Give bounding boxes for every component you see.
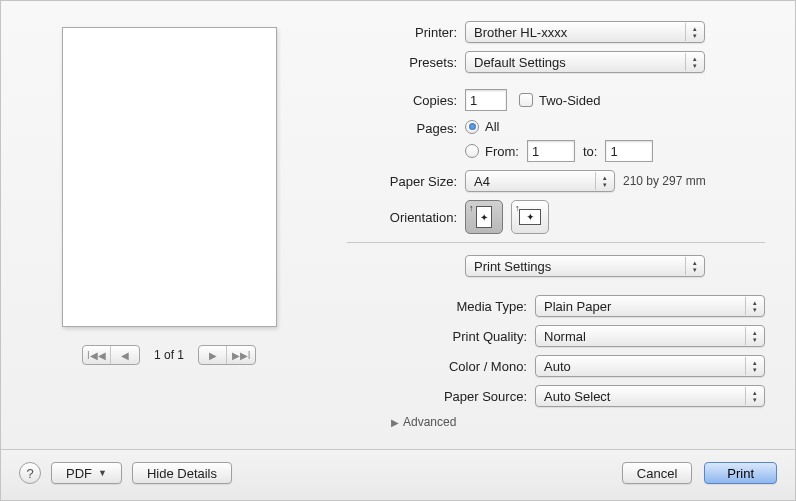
print-quality-label: Print Quality: — [347, 329, 527, 344]
nav-back-group: l◀◀ ◀ — [82, 345, 140, 365]
presets-label: Presets: — [347, 55, 457, 70]
media-type-value: Plain Paper — [544, 299, 611, 314]
settings-section-select[interactable]: Print Settings ▴▾ — [465, 255, 705, 277]
pages-from-label: From: — [485, 144, 527, 159]
chevron-updown-icon: ▴▾ — [595, 172, 611, 190]
prev-page-button[interactable]: ◀ — [111, 346, 139, 364]
copies-label: Copies: — [347, 93, 457, 108]
page-from-field[interactable]: 1 — [527, 140, 575, 162]
settings-pane: Printer: Brother HL-xxxx ▴▾ Presets: Def… — [317, 21, 775, 439]
preview-pane: l◀◀ ◀ 1 of 1 ▶ ▶▶l — [21, 21, 317, 439]
page-to-value: 1 — [610, 144, 617, 159]
color-mono-value: Auto — [544, 359, 571, 374]
orientation-label: Orientation: — [347, 210, 457, 225]
chevron-down-icon: ▼ — [98, 468, 107, 478]
cancel-button[interactable]: Cancel — [622, 462, 692, 484]
hide-details-label: Hide Details — [147, 466, 217, 481]
pages-to-label: to: — [583, 144, 597, 159]
presets-value: Default Settings — [474, 55, 566, 70]
pages-label: Pages: — [347, 119, 457, 136]
color-mono-label: Color / Mono: — [347, 359, 527, 374]
footer: ? PDF ▼ Hide Details Cancel Print — [1, 449, 795, 500]
advanced-disclosure[interactable]: ▶ Advanced — [391, 415, 765, 429]
first-page-button[interactable]: l◀◀ — [83, 346, 111, 364]
pdf-label: PDF — [66, 466, 92, 481]
print-dialog: l◀◀ ◀ 1 of 1 ▶ ▶▶l Printer: Brother HL-x… — [0, 0, 796, 501]
chevron-updown-icon: ▴▾ — [745, 297, 761, 315]
color-mono-select[interactable]: Auto ▴▾ — [535, 355, 765, 377]
print-quality-value: Normal — [544, 329, 586, 344]
nav-forward-group: ▶ ▶▶l — [198, 345, 256, 365]
copies-value: 1 — [470, 93, 477, 108]
hide-details-button[interactable]: Hide Details — [132, 462, 232, 484]
main-area: l◀◀ ◀ 1 of 1 ▶ ▶▶l Printer: Brother HL-x… — [1, 1, 795, 449]
printer-value: Brother HL-xxxx — [474, 25, 567, 40]
disclosure-triangle-icon: ▶ — [391, 417, 399, 428]
paper-source-value: Auto Select — [544, 389, 611, 404]
paper-source-select[interactable]: Auto Select ▴▾ — [535, 385, 765, 407]
paper-dimensions: 210 by 297 mm — [623, 174, 706, 188]
orientation-portrait-button[interactable]: ↑ ✦ — [465, 200, 503, 234]
pages-all-label: All — [485, 119, 499, 134]
help-button[interactable]: ? — [19, 462, 41, 484]
media-type-select[interactable]: Plain Paper ▴▾ — [535, 295, 765, 317]
print-button[interactable]: Print — [704, 462, 777, 484]
help-icon: ? — [26, 466, 33, 481]
print-quality-select[interactable]: Normal ▴▾ — [535, 325, 765, 347]
pages-from-radio[interactable] — [465, 144, 479, 158]
paper-size-value: A4 — [474, 174, 490, 189]
page-counter: 1 of 1 — [154, 348, 184, 362]
cancel-label: Cancel — [637, 466, 677, 481]
settings-section-value: Print Settings — [474, 259, 551, 274]
page-navigator: l◀◀ ◀ 1 of 1 ▶ ▶▶l — [82, 345, 256, 365]
paper-size-select[interactable]: A4 ▴▾ — [465, 170, 615, 192]
advanced-label: Advanced — [403, 415, 456, 429]
paper-size-label: Paper Size: — [347, 174, 457, 189]
printer-label: Printer: — [347, 25, 457, 40]
orientation-landscape-button[interactable]: ↑ ✦ — [511, 200, 549, 234]
next-page-button[interactable]: ▶ — [199, 346, 227, 364]
chevron-updown-icon: ▴▾ — [685, 23, 701, 41]
arrow-up-icon: ↑ — [469, 203, 474, 213]
person-icon: ✦ — [480, 212, 488, 223]
page-from-value: 1 — [532, 144, 539, 159]
paper-source-label: Paper Source: — [347, 389, 527, 404]
portrait-icon: ✦ — [476, 206, 492, 228]
chevron-updown-icon: ▴▾ — [685, 53, 701, 71]
chevron-updown-icon: ▴▾ — [745, 327, 761, 345]
preview-page — [62, 27, 277, 327]
page-to-field[interactable]: 1 — [605, 140, 653, 162]
copies-field[interactable]: 1 — [465, 89, 507, 111]
chevron-updown-icon: ▴▾ — [745, 387, 761, 405]
media-type-label: Media Type: — [347, 299, 527, 314]
pdf-button[interactable]: PDF ▼ — [51, 462, 122, 484]
separator — [347, 242, 765, 243]
chevron-updown-icon: ▴▾ — [685, 257, 701, 275]
last-page-button[interactable]: ▶▶l — [227, 346, 255, 364]
two-sided-label: Two-Sided — [539, 93, 600, 108]
printer-select[interactable]: Brother HL-xxxx ▴▾ — [465, 21, 705, 43]
presets-select[interactable]: Default Settings ▴▾ — [465, 51, 705, 73]
landscape-icon: ✦ — [519, 209, 541, 225]
pages-all-radio[interactable] — [465, 120, 479, 134]
print-label: Print — [727, 466, 754, 481]
two-sided-checkbox[interactable] — [519, 93, 533, 107]
chevron-updown-icon: ▴▾ — [745, 357, 761, 375]
person-icon: ✦ — [525, 213, 536, 221]
